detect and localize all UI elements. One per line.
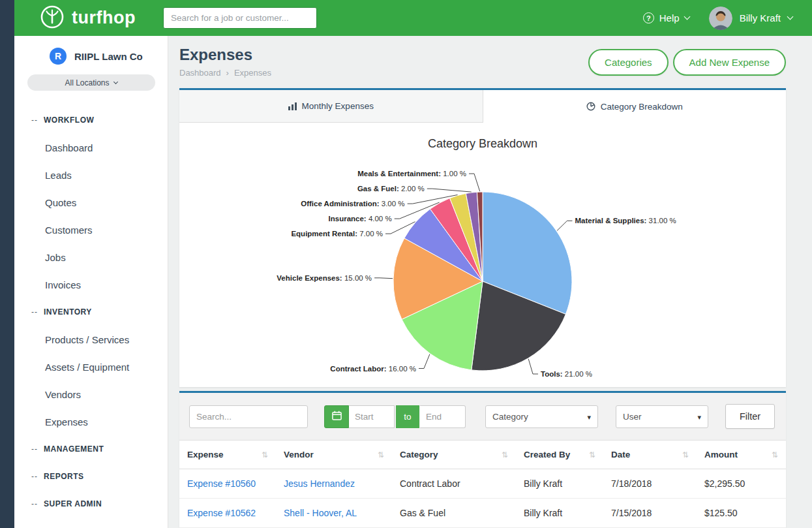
company-logo: R (50, 48, 67, 65)
expense-link[interactable]: Expense #10562 (187, 508, 256, 518)
sidebar-item-leads[interactable]: Leads (14, 161, 168, 189)
help-menu[interactable]: Help (643, 12, 689, 23)
amount-cell: $125.50 (697, 499, 786, 527)
sort-arrows-icon[interactable] (502, 450, 508, 459)
user-menu[interactable]: Billy Kraft (709, 7, 792, 30)
categories-button[interactable]: Categories (588, 49, 669, 76)
category-select[interactable]: Category (485, 405, 598, 428)
pie-label-connector (374, 278, 393, 279)
chevron-right-icon (226, 68, 229, 78)
calendar-icon (332, 411, 342, 422)
tree-dash-icon (31, 472, 38, 481)
pie-label: Material & Supplies: 31.00 % (575, 217, 676, 225)
pie-label-connector (469, 174, 480, 191)
tree-dash-icon (31, 307, 38, 317)
column-header-date[interactable]: Date (603, 441, 697, 469)
chart-title: Category Breakdown (428, 137, 537, 150)
pie-chart-icon (586, 102, 595, 111)
pie-label: Office Administration: 3.00 % (301, 200, 404, 208)
breadcrumb: Dashboard Expenses (179, 68, 271, 78)
sort-arrows-icon[interactable] (772, 450, 778, 459)
category-cell: Contract Labor (392, 469, 516, 498)
nav-section-inventory: INVENTORY (14, 298, 168, 326)
pie-label: Gas & Fuel: 2.00 % (357, 185, 425, 193)
topbar: turfhop Help Billy Kraft (14, 0, 812, 36)
expense-link[interactable]: Expense #10560 (187, 478, 256, 489)
created-by-cell: Billy Kraft (516, 469, 603, 498)
nav-section-management[interactable]: MANAGEMENT (14, 435, 168, 463)
tab-bar: Monthly Expenses Category Breakdown (179, 90, 786, 123)
filter-button[interactable]: Filter (725, 404, 775, 429)
sidebar-item-invoices[interactable]: Invoices (14, 271, 168, 298)
locations-label: All Locations (65, 78, 109, 87)
date-to-label: to (396, 405, 419, 428)
sidebar-item-customers[interactable]: Customers (14, 216, 168, 243)
sidebar-item-expenses[interactable]: Expenses (14, 408, 168, 435)
pie-label: Meals & Entertainment: 1.00 % (357, 170, 466, 178)
column-header-created-by[interactable]: Created By (516, 441, 603, 469)
sidebar-item-dashboard[interactable]: Dashboard (14, 134, 168, 161)
date-cell: 7/15/2018 (603, 499, 697, 527)
column-header-category[interactable]: Category (392, 441, 516, 469)
caret-down-icon (587, 412, 591, 422)
sidebar-item-assets-equipment[interactable]: Assets / Equipment (14, 353, 168, 380)
page-title: Expenses (179, 46, 271, 63)
nav-section-reports[interactable]: REPORTS (14, 463, 168, 490)
sidebar-item-vendors[interactable]: Vendors (14, 380, 168, 408)
sort-arrows-icon[interactable] (682, 450, 689, 459)
column-header-amount[interactable]: Amount (697, 441, 786, 469)
sort-arrows-icon[interactable] (262, 450, 268, 459)
column-header-vendor[interactable]: Vendor (276, 441, 392, 469)
breadcrumb-expenses: Expenses (234, 68, 271, 78)
expenses-table: Expense Vendor Category Created By Date … (179, 440, 786, 528)
nav-section-super-admin[interactable]: SUPER ADMIN (14, 490, 168, 518)
table-search-input[interactable] (189, 405, 308, 428)
pie-label: Equipment Rental: 7.00 % (291, 230, 383, 238)
vendor-link[interactable]: Jesus Hernandez (284, 478, 355, 489)
chart-card: Monthly Expenses Category Breakdown Cate… (179, 88, 786, 387)
pie-label: Tools: 21.00 % (541, 370, 592, 378)
date-range-picker: to (324, 405, 466, 428)
pie-label: Contract Labor: 16.00 % (330, 365, 416, 373)
add-new-expense-button[interactable]: Add New Expense (673, 49, 786, 76)
turfhop-logo-icon (39, 4, 65, 33)
filter-table-card: to Category User Filter Expens (179, 391, 786, 528)
tab-category-breakdown[interactable]: Category Breakdown (483, 90, 787, 123)
locations-dropdown[interactable]: All Locations (27, 74, 155, 91)
date-cell: 7/18/2018 (603, 469, 697, 498)
pie-label-connector (419, 354, 430, 369)
help-label: Help (659, 12, 680, 23)
bar-chart-icon (288, 102, 297, 110)
sort-arrows-icon[interactable] (378, 450, 384, 459)
user-select[interactable]: User (616, 405, 708, 428)
chevron-down-icon (113, 80, 117, 84)
tree-dash-icon (31, 116, 38, 125)
tab-monthly-expenses[interactable]: Monthly Expenses (179, 90, 483, 123)
column-header-expense[interactable]: Expense (179, 441, 276, 469)
company: R RIIPL Lawn Co (14, 48, 168, 65)
pie-label: Insurance: 4.00 % (329, 215, 392, 223)
help-circle-icon (643, 12, 654, 23)
sidebar-nav: WORKFLOW Dashboard Leads Quotes Customer… (14, 106, 168, 518)
sidebar-item-products-services[interactable]: Products / Services (14, 326, 168, 353)
breadcrumb-dashboard[interactable]: Dashboard (179, 68, 221, 78)
pie-label-connector (557, 221, 572, 230)
sort-arrows-icon[interactable] (589, 450, 595, 459)
tree-dash-icon (31, 499, 38, 508)
sidebar-item-jobs[interactable]: Jobs (14, 243, 168, 271)
pie-label-connector (427, 189, 472, 192)
date-end-input[interactable] (420, 405, 466, 428)
vendor-link[interactable]: Shell - Hoover, AL (284, 508, 357, 518)
global-search-input[interactable] (163, 7, 317, 29)
chevron-down-icon (684, 14, 690, 20)
chevron-down-icon (787, 14, 794, 20)
sidebar: R RIIPL Lawn Co All Locations WORKFLOW D… (14, 36, 168, 528)
date-start-input[interactable] (349, 405, 395, 428)
table-header-row: Expense Vendor Category Created By Date … (179, 441, 786, 469)
company-name: RIIPL Lawn Co (74, 51, 143, 62)
sidebar-item-quotes[interactable]: Quotes (14, 189, 168, 216)
brand[interactable]: turfhop (39, 4, 136, 33)
main-content: Expenses Dashboard Expenses Categories A… (168, 36, 812, 528)
calendar-button[interactable] (324, 405, 349, 428)
table-row: Expense #10562 Shell - Hoover, AL Gas & … (179, 499, 786, 528)
